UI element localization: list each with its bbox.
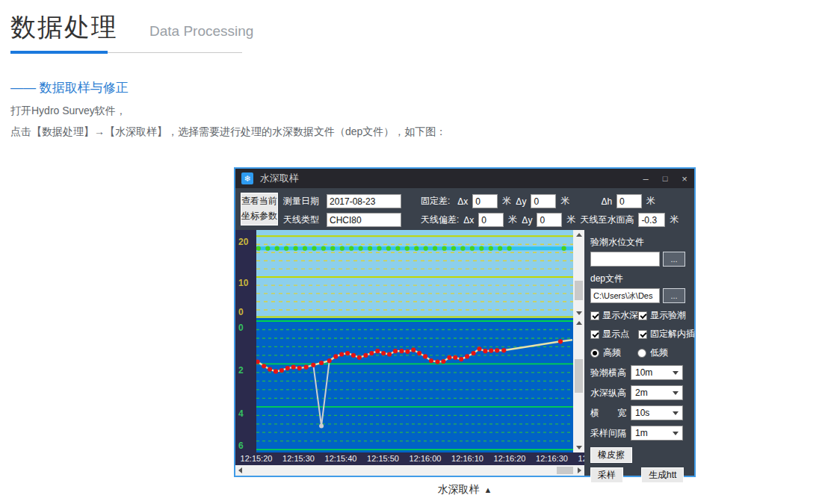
measure-date-label: 测量日期 [283,195,319,208]
scrollbar-thumb[interactable] [575,359,583,393]
select-depth-grid-height[interactable]: 2m [631,385,683,400]
y-tick-label: 0 [238,307,244,317]
tide-vertical-scrollbar[interactable] [573,230,584,318]
scroll-left-icon[interactable] [235,465,245,476]
dy-label: Δy [516,196,526,207]
radio-icon [590,349,599,358]
select-rows: 验潮横高10m水深纵高2m横 宽10s采样间隔1m [590,365,688,441]
radio-icon [637,349,646,358]
scroll-up-icon[interactable] [573,318,584,328]
header-divider-accent [10,51,108,54]
select-sample-interval[interactable]: 1m [631,426,683,441]
window-title: 水深取样 [260,172,636,185]
y-tick-label: 6 [238,441,244,451]
body-text-line1: 打开Hydro Survey软件， [10,105,126,118]
close-button[interactable]: × [675,173,694,184]
radio-label: 高频 [603,346,621,359]
antenna-dx-input[interactable] [478,213,504,227]
collapse-arrow-icon: ▲ [484,485,492,494]
action-buttons: 采样 生成htt [590,467,688,483]
x-tick-label: 12:16:30 [536,454,568,463]
unit-label: 米 [566,214,575,226]
tide-y-axis: 20100 [235,230,256,318]
tide-file-input[interactable] [590,252,660,267]
y-tick-label: 20 [238,237,248,247]
water-height-label: 天线至水面高 [580,214,634,226]
radio-high-freq[interactable]: 高频 [590,346,621,359]
select-label: 横 宽 [590,407,631,420]
checkbox-label: 显示验潮 [650,309,686,322]
fixed-dy-input[interactable] [531,194,556,208]
water-height-input[interactable] [638,213,665,227]
checkbox-label: 显示点 [602,328,629,340]
sample-button[interactable]: 采样 [590,467,623,483]
x-tick-label: 12:15:20 [241,454,273,463]
checkbox-show-points[interactable]: 显示点 [590,328,638,340]
fixed-dh-input[interactable] [616,194,642,208]
scrollbar-thumb[interactable] [575,281,583,300]
view-current-params-button[interactable]: 查看当前坐标参数 [241,193,278,225]
dep-file-label: dep文件 [590,273,688,285]
body-text-line2: 点击【数据处理】→【水深取样】，选择需要进行处理的水深数据文件（dep文件），如… [10,125,446,139]
scrollbar-thumb[interactable] [557,467,573,474]
checkbox-fixed-solution-interp[interactable]: 固定解内插 [638,328,695,340]
display-options: 显示水深显示验潮显示点固定解内插 [590,309,688,340]
unit-label: 米 [560,195,569,208]
scroll-right-icon[interactable] [575,465,584,476]
main-area: 20100 0246 12:15:2012:15:3012:15:4012:15… [235,230,694,476]
y-tick-label: 10 [238,278,248,288]
tide-chart-svg [256,230,573,318]
dx-label: Δx [457,196,468,207]
y-tick-label: 0 [238,323,244,333]
tide-file-label: 验潮水位文件 [590,236,688,249]
antenna-offset-label: 天线偏差: [421,214,459,226]
dh-label: Δh [601,196,612,207]
tide-file-browse-button[interactable]: ... [663,252,685,267]
horizontal-scrollbar[interactable] [235,465,584,476]
x-tick-label: 12:16:20 [494,454,526,463]
unit-label: 米 [670,214,679,226]
checkbox-show-tide[interactable]: 显示验潮 [638,309,695,322]
checkbox-label: 显示水深 [602,309,638,322]
minimize-button[interactable]: – [636,173,655,184]
chevron-down-icon [673,411,679,415]
checkbox-show-depth[interactable]: 显示水深 [590,309,638,322]
page-subtitle: Data Processing [149,23,253,39]
x-tick-label: 12:15:30 [282,454,315,463]
maximize-button[interactable]: □ [655,174,675,183]
x-tick-label: 12:15:50 [367,454,399,463]
x-tick-label: 12:16:00 [410,454,442,463]
depth-vertical-scrollbar[interactable] [573,318,584,452]
page-title: 数据处理 [10,10,118,45]
antenna-type-label: 天线类型 [283,214,319,226]
unit-label: 米 [508,214,517,226]
caption-text: 水深取样 [438,483,480,495]
chevron-down-icon [673,391,679,395]
x-tick-label: 12:16:40 [578,454,584,463]
select-value: 10s [635,408,649,418]
fixed-dx-input[interactable] [472,194,498,208]
x-tick-label: 12:15:40 [325,454,357,463]
scroll-down-icon[interactable] [573,308,584,318]
eraser-button[interactable]: 橡皮擦 [590,447,632,463]
scroll-down-icon[interactable] [573,443,584,452]
depth-chart[interactable] [256,318,573,452]
header-divider [10,52,242,53]
dep-file-input[interactable] [590,288,660,303]
select-tide-grid-height[interactable]: 10m [631,365,683,380]
section-toggle[interactable]: 水深取样▲ [234,483,696,497]
tide-chart[interactable] [256,230,573,318]
unit-label: 米 [502,195,511,208]
toolbar-row-2: 天线类型 天线偏差: Δx 米 Δy 米 天线至水面高 米 [283,213,679,227]
radio-low-freq[interactable]: 低频 [637,346,668,359]
chevron-down-icon [673,432,679,435]
generate-htt-button[interactable]: 生成htt [641,467,684,483]
scroll-up-icon[interactable] [573,230,584,240]
antenna-type-input[interactable] [327,213,401,227]
dep-file-browse-button[interactable]: ... [663,288,685,303]
depth-chart-svg [256,318,573,452]
antenna-dy-input[interactable] [537,213,562,227]
measure-date-input[interactable] [327,194,401,208]
select-horizontal-width[interactable]: 10s [631,405,683,420]
view-params-line1: 查看当前 [241,196,277,206]
